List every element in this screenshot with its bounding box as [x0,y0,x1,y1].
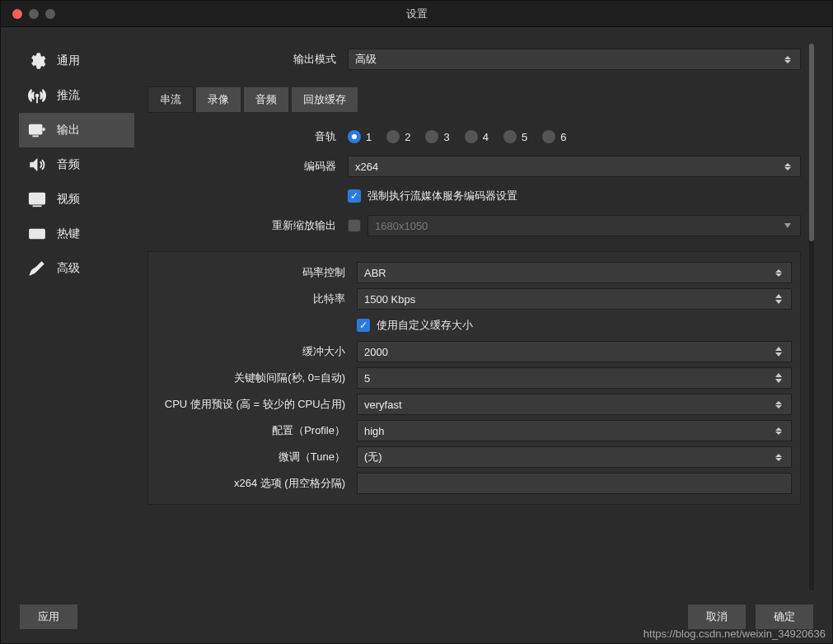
cpu-preset-value: veryfast [364,399,773,411]
sidebar-item-label: 热键 [57,226,80,241]
enforce-label: 强制执行流媒体服务编码器设置 [367,189,517,203]
tab-replay-buffer[interactable]: 回放缓存 [291,86,358,113]
track-radio-1[interactable]: 1 [348,130,372,143]
track-radio-2[interactable]: 2 [386,130,410,143]
radio-icon [386,130,400,143]
radio-icon [465,130,478,143]
tune-select[interactable]: (无) [357,446,792,468]
enforce-checkbox-row: 强制执行流媒体服务编码器设置 [348,189,801,203]
body: 通用 推流 输出 音频 [1,27,832,590]
profile-select[interactable]: high [357,420,792,441]
keyframe-label: 关键帧间隔(秒, 0=自动) [157,371,350,385]
stepper-icon[interactable] [773,347,784,357]
rate-control-label: 码率控制 [157,265,350,280]
cancel-button[interactable]: 取消 [687,604,746,630]
cpu-preset-select[interactable]: veryfast [357,394,792,415]
cpu-preset-label: CPU 使用预设 (高 = 较少的 CPU占用) [157,397,350,412]
row-output-mode: 输出模式 高级 [147,49,801,70]
row-cpu-preset: CPU 使用预设 (高 = 较少的 CPU占用) veryfast [157,394,792,415]
tab-audio[interactable]: 音频 [243,86,289,113]
sidebar-item-video[interactable]: 视频 [19,182,134,217]
settings-window: 设置 通用 推流 输出 [0,0,833,644]
tune-label: 微调（Tune） [157,450,350,464]
track-radio-6[interactable]: 6 [542,130,566,143]
custom-buffer-label: 使用自定义缓存大小 [377,318,473,333]
scrollbar[interactable] [809,44,814,590]
row-keyframe: 关键帧间隔(秒, 0=自动) 5 [157,367,792,389]
row-buffer-size: 缓冲大小 2000 [157,341,792,362]
rate-control-value: ABR [364,267,773,279]
sidebar-item-label: 通用 [57,54,80,68]
gear-icon [27,52,47,70]
row-rate-control: 码率控制 ABR [157,262,792,283]
row-enforce: 强制执行流媒体服务编码器设置 [147,185,801,207]
encoder-select[interactable]: x264 [348,156,801,177]
track-label: 5 [522,131,527,143]
row-custom-buffer: 使用自定义缓存大小 [157,315,792,336]
track-label: 1 [366,131,372,143]
stepper-icon[interactable] [773,294,784,304]
sidebar-item-label: 视频 [57,192,80,207]
keyframe-value: 5 [364,372,773,385]
custom-buffer-checkbox-row: 使用自定义缓存大小 [357,318,792,333]
scrollbar-thumb[interactable] [809,44,814,241]
radio-icon [503,130,517,143]
tab-streaming[interactable]: 串流 [147,86,194,113]
sidebar-item-general[interactable]: 通用 [19,44,134,78]
rate-control-select[interactable]: ABR [357,262,792,283]
x264-opts-label: x264 选项 (用空格分隔) [157,476,350,491]
svg-rect-2 [30,125,42,134]
tab-recording[interactable]: 录像 [195,86,241,113]
track-radio-5[interactable]: 5 [503,130,527,143]
bitrate-label: 比特率 [157,292,350,306]
tracks-label: 音轨 [147,129,341,144]
encoder-value: x264 [355,161,782,173]
row-profile: 配置（Profile） high [157,420,792,441]
x264-opts-input[interactable] [357,473,792,494]
bitrate-value: 1500 Kbps [364,293,773,306]
tune-value: (无) [364,450,773,464]
sidebar-item-label: 推流 [57,88,80,103]
svg-rect-4 [30,194,44,204]
track-label: 6 [560,131,566,143]
speaker-icon [27,156,47,174]
chevron-updown-icon [773,427,784,435]
ok-button[interactable]: 确定 [755,604,814,630]
output-mode-select[interactable]: 高级 [348,49,801,70]
row-tune: 微调（Tune） (无) [157,446,792,468]
buffer-size-label: 缓冲大小 [157,344,350,359]
sidebar-item-stream[interactable]: 推流 [19,78,134,113]
titlebar: 设置 [1,1,832,27]
custom-buffer-checkbox[interactable] [357,319,370,332]
main: 输出模式 高级 串流 录像 音频 回放缓存 音轨 1 2 [147,44,814,590]
tools-icon [27,259,47,278]
rescale-select[interactable]: 1680x1050 [367,215,801,236]
keyframe-input[interactable]: 5 [357,367,792,389]
stepper-icon[interactable] [773,373,784,383]
buffer-size-input[interactable]: 2000 [357,341,792,362]
rescale-checkbox[interactable] [348,219,361,232]
sidebar-item-output[interactable]: 输出 [19,113,134,147]
sidebar-item-hotkeys[interactable]: 热键 [19,217,134,251]
chevron-down-icon [782,223,793,228]
enforce-checkbox[interactable] [348,189,361,203]
sidebar-item-label: 输出 [57,123,80,138]
track-radio-4[interactable]: 4 [465,130,489,143]
output-icon [27,121,47,139]
sidebar-item-label: 高级 [57,261,80,276]
track-radio-3[interactable]: 3 [425,130,449,143]
sidebar-item-advanced[interactable]: 高级 [19,251,134,286]
sidebar-item-label: 音频 [57,157,80,172]
track-label: 2 [405,131,410,143]
chevron-updown-icon [782,163,793,170]
profile-value: high [364,425,773,437]
row-bitrate: 比特率 1500 Kbps [157,288,792,310]
chevron-updown-icon [782,56,793,63]
profile-label: 配置（Profile） [157,423,350,438]
rescale-label: 重新缩放输出 [147,218,341,233]
sidebar-item-audio[interactable]: 音频 [19,147,134,182]
svg-rect-6 [30,230,44,239]
antenna-icon [27,86,47,105]
apply-button[interactable]: 应用 [19,604,78,630]
bitrate-input[interactable]: 1500 Kbps [357,288,792,310]
